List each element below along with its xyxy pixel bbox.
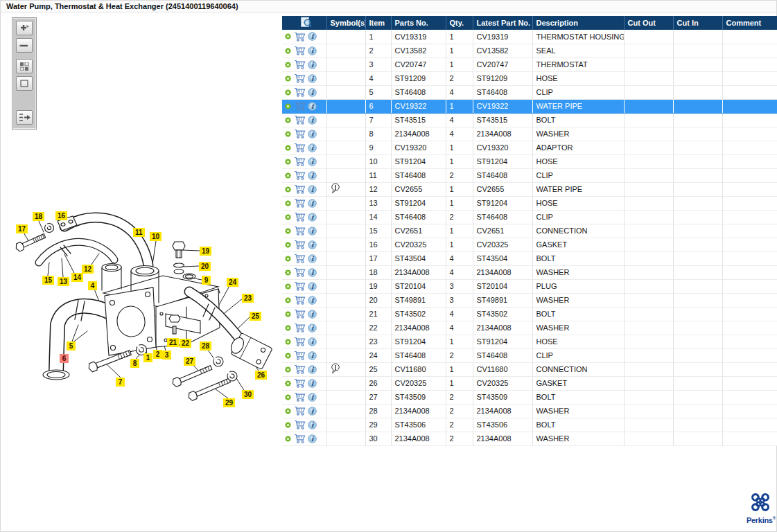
info-button[interactable]: i (308, 60, 317, 69)
table-row-item-17[interactable]: i 17ST435044ST43504BOLT (282, 251, 777, 265)
gear-button[interactable] (284, 324, 292, 332)
callout-28[interactable]: 28 (200, 342, 211, 351)
callout-4[interactable]: 4 (88, 281, 97, 290)
fit-view-button[interactable] (16, 76, 33, 91)
add-to-cart-button[interactable] (294, 198, 306, 208)
info-button[interactable]: i (308, 407, 317, 416)
table-row-item-12[interactable]: i 12CV26551CV2655WATER PIPE (282, 182, 777, 196)
gear-button[interactable] (284, 75, 292, 82)
callout-19[interactable]: 19 (200, 247, 211, 256)
table-row-item-10[interactable]: i 10ST912041ST91204HOSE (282, 154, 777, 168)
column-header-cut-in[interactable]: Cut In (673, 16, 722, 30)
gear-button[interactable] (284, 227, 292, 235)
info-button[interactable]: i (308, 116, 317, 125)
table-row-item-25[interactable]: i 25CV116801CV11680CONNECTION (282, 362, 777, 376)
add-to-cart-button[interactable] (294, 364, 306, 374)
gear-button[interactable] (284, 186, 292, 193)
gear-button[interactable] (284, 213, 292, 221)
add-to-cart-button[interactable] (294, 281, 306, 291)
add-to-cart-button[interactable] (294, 101, 306, 111)
gear-button[interactable] (284, 103, 292, 110)
add-to-cart-button[interactable] (294, 32, 306, 42)
info-button[interactable]: i (308, 171, 317, 180)
note-balloon[interactable] (331, 367, 340, 375)
add-to-cart-button[interactable] (294, 295, 306, 305)
column-header-qty[interactable]: Qty. (446, 16, 473, 30)
callout-26[interactable]: 26 (255, 371, 267, 380)
add-to-cart-button[interactable] (294, 226, 306, 236)
callout-30[interactable]: 30 (242, 390, 254, 399)
column-header-comment[interactable]: Comment (722, 16, 777, 30)
add-to-cart-button[interactable] (294, 129, 306, 139)
gear-button[interactable] (284, 352, 292, 360)
info-button[interactable]: i (308, 323, 317, 332)
table-row-item-14[interactable]: i 14ST464082ST46408CLIP (282, 210, 777, 224)
callout-12[interactable]: 12 (82, 265, 94, 274)
callout-18[interactable]: 18 (33, 212, 44, 221)
callout-13[interactable]: 13 (58, 277, 69, 286)
table-row-item-23[interactable]: i 23ST912041ST91204HOSE (282, 335, 777, 348)
info-button[interactable]: i (308, 130, 317, 139)
add-to-cart-button[interactable] (294, 434, 306, 443)
add-to-cart-button[interactable] (294, 157, 306, 166)
table-row-item-4[interactable]: i 4ST912092ST91209HOSE (282, 71, 777, 85)
table-row-item-29[interactable]: i 29ST435062ST43506BOLT (282, 418, 777, 432)
add-to-cart-button[interactable] (294, 406, 306, 416)
gear-button[interactable] (284, 255, 292, 263)
callout-2[interactable]: 2 (153, 350, 162, 359)
add-to-cart-button[interactable] (294, 184, 306, 194)
add-to-cart-button[interactable] (294, 309, 306, 319)
info-button[interactable]: i (308, 379, 317, 388)
gear-button[interactable] (284, 61, 292, 69)
table-row-item-8[interactable]: i 82134A00842134A008WASHER (282, 127, 777, 141)
info-button[interactable]: i (308, 185, 317, 194)
info-button[interactable]: i (308, 254, 317, 263)
add-to-cart-button[interactable] (294, 170, 306, 180)
add-to-cart-button[interactable] (294, 87, 306, 97)
add-to-cart-button[interactable] (294, 254, 306, 263)
add-to-cart-button[interactable] (294, 73, 306, 83)
gear-button[interactable] (284, 407, 292, 415)
callout-5[interactable]: 5 (67, 342, 76, 351)
callout-1[interactable]: 1 (143, 353, 152, 362)
add-to-cart-button[interactable] (294, 212, 306, 222)
info-button[interactable]: i (308, 365, 317, 374)
table-row-item-22[interactable]: i 222134A00842134A008WASHER (282, 321, 777, 335)
column-header-actions[interactable] (282, 16, 326, 30)
gear-button[interactable] (284, 283, 292, 290)
gear-button[interactable] (284, 33, 292, 40)
table-row-item-7[interactable]: i 7ST435154ST43515BOLT (282, 113, 777, 127)
add-to-cart-button[interactable] (294, 115, 306, 125)
info-button[interactable]: i (308, 213, 317, 222)
zoom-in-button[interactable] (16, 21, 33, 35)
table-row-item-26[interactable]: i 26CV203251CV20325GASKET (282, 376, 777, 390)
table-row-item-2[interactable]: i 2CV135821CV13582SEAL (282, 44, 777, 57)
table-row-item-19[interactable]: i 19ST201043ST20104PLUG (282, 279, 777, 293)
add-to-cart-button[interactable] (294, 351, 306, 360)
add-to-cart-button[interactable] (294, 46, 306, 55)
gear-button[interactable] (284, 310, 292, 318)
info-button[interactable]: i (308, 32, 317, 41)
gear-button[interactable] (284, 130, 292, 138)
add-to-cart-button[interactable] (294, 337, 306, 346)
panel-toggle-button[interactable] (16, 110, 33, 125)
info-button[interactable]: i (308, 296, 317, 305)
tile-view-button[interactable] (16, 59, 33, 73)
column-header-description[interactable]: Description (532, 16, 624, 30)
callout-8[interactable]: 8 (130, 359, 139, 368)
info-button[interactable]: i (308, 88, 317, 97)
column-header-item[interactable]: Item (365, 16, 391, 30)
gear-button[interactable] (284, 144, 292, 152)
gear-button[interactable] (284, 172, 292, 179)
callout-3[interactable]: 3 (162, 351, 171, 360)
gear-button[interactable] (284, 366, 292, 373)
gear-button[interactable] (284, 200, 292, 207)
callout-10[interactable]: 10 (150, 232, 161, 241)
callout-25[interactable]: 25 (250, 312, 261, 321)
gear-button[interactable] (284, 116, 292, 124)
callout-23[interactable]: 23 (242, 294, 254, 303)
callout-9[interactable]: 9 (202, 276, 211, 285)
callout-16[interactable]: 16 (55, 211, 67, 220)
info-button[interactable]: i (308, 351, 317, 360)
add-to-cart-button[interactable] (294, 60, 306, 69)
